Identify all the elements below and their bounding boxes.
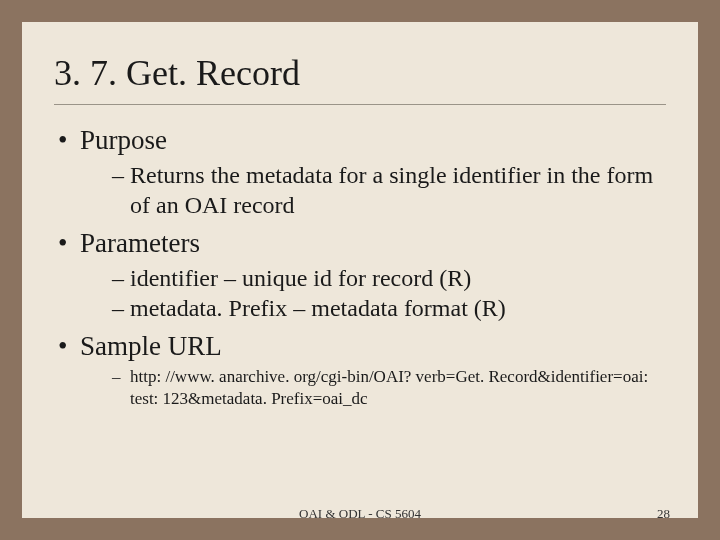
sub-item: metadata. Prefix – metadata format (R): [112, 293, 666, 323]
slide-title: 3. 7. Get. Record: [54, 52, 666, 94]
sub-list: http: //www. anarchive. org/cgi-bin/OAI?…: [80, 366, 666, 410]
sub-item: Returns the metadata for a single identi…: [112, 160, 666, 220]
bullet-label: Purpose: [80, 125, 167, 155]
sub-list: Returns the metadata for a single identi…: [80, 160, 666, 220]
bullet-parameters: Parameters identifier – unique id for re…: [58, 226, 666, 323]
bullet-label: Sample URL: [80, 331, 222, 361]
bullet-sample-url: Sample URL http: //www. anarchive. org/c…: [58, 329, 666, 410]
slide: 3. 7. Get. Record Purpose Returns the me…: [22, 22, 698, 518]
page-number: 28: [657, 506, 670, 522]
footer-center-text: OAI & ODL - CS 5604: [299, 506, 421, 522]
bullet-purpose: Purpose Returns the metadata for a singl…: [58, 123, 666, 220]
sub-item: identifier – unique id for record (R): [112, 263, 666, 293]
bullet-label: Parameters: [80, 228, 200, 258]
sub-item: http: //www. anarchive. org/cgi-bin/OAI?…: [112, 366, 666, 410]
title-divider: [54, 104, 666, 105]
sub-list: identifier – unique id for record (R) me…: [80, 263, 666, 323]
bullet-list: Purpose Returns the metadata for a singl…: [54, 123, 666, 410]
